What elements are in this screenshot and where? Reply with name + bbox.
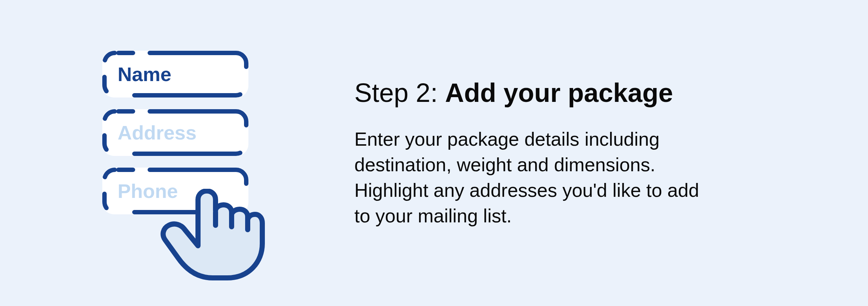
step-content: Step 2: Add your package Enter your pack… xyxy=(354,77,712,229)
step-title: Add your package xyxy=(445,78,673,107)
name-field-graphic: Name xyxy=(102,51,248,97)
step-heading: Step 2: Add your package xyxy=(354,77,712,108)
step-number-prefix: Step 2: xyxy=(354,78,445,107)
address-field-graphic: Address xyxy=(102,109,248,156)
step-description: Enter your package details including des… xyxy=(354,126,712,229)
pointer-hand-icon xyxy=(158,189,267,284)
form-fields-illustration: Name Address Phone xyxy=(102,51,281,255)
name-field-label: Name xyxy=(118,63,171,85)
address-field-label: Address xyxy=(118,121,197,144)
